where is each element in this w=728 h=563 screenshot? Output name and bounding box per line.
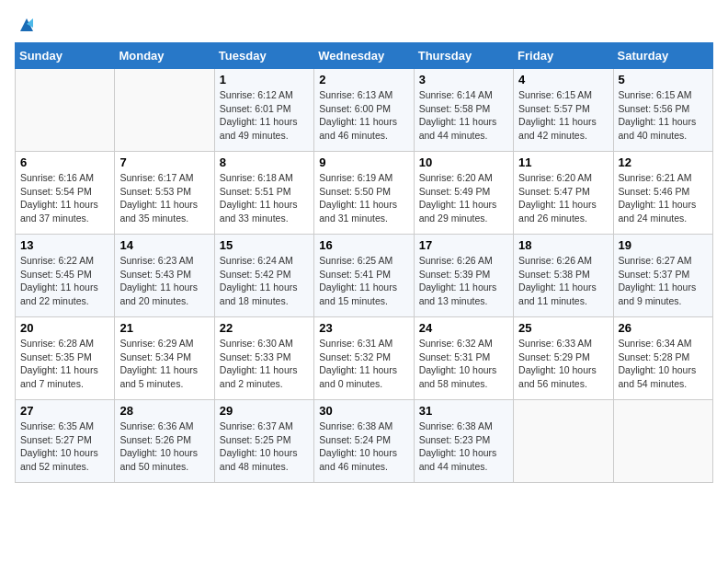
day-info: Sunrise: 6:37 AM Sunset: 5:25 PM Dayligh… — [220, 419, 309, 474]
day-info: Sunrise: 6:32 AM Sunset: 5:31 PM Dayligh… — [419, 337, 508, 391]
calendar-cell: 21Sunrise: 6:29 AM Sunset: 5:34 PM Dayli… — [115, 317, 214, 400]
day-info: Sunrise: 6:24 AM Sunset: 5:42 PM Dayligh… — [220, 254, 309, 308]
day-number: 28 — [119, 404, 209, 418]
calendar-cell: 23Sunrise: 6:31 AM Sunset: 5:32 PM Dayli… — [314, 317, 414, 400]
day-number: 10 — [419, 155, 508, 169]
day-number: 23 — [319, 321, 408, 335]
calendar-cell: 30Sunrise: 6:38 AM Sunset: 5:24 PM Dayli… — [314, 400, 414, 483]
calendar-cell: 26Sunrise: 6:34 AM Sunset: 5:28 PM Dayli… — [613, 317, 712, 400]
day-info: Sunrise: 6:14 AM Sunset: 5:58 PM Dayligh… — [419, 88, 508, 143]
day-number: 29 — [220, 404, 309, 418]
calendar-cell: 22Sunrise: 6:30 AM Sunset: 5:33 PM Dayli… — [214, 317, 313, 400]
calendar-cell: 25Sunrise: 6:33 AM Sunset: 5:29 PM Dayli… — [514, 317, 613, 400]
day-number: 11 — [518, 155, 608, 169]
day-number: 22 — [220, 321, 309, 335]
day-info: Sunrise: 6:30 AM Sunset: 5:33 PM Dayligh… — [220, 337, 309, 391]
day-info: Sunrise: 6:36 AM Sunset: 5:26 PM Dayligh… — [119, 419, 209, 474]
day-number: 14 — [119, 238, 209, 252]
day-info: Sunrise: 6:35 AM Sunset: 5:27 PM Dayligh… — [20, 419, 109, 474]
calendar-week-row: 1Sunrise: 6:12 AM Sunset: 6:01 PM Daylig… — [16, 69, 713, 152]
day-info: Sunrise: 6:29 AM Sunset: 5:34 PM Dayligh… — [119, 337, 209, 391]
day-number: 27 — [20, 404, 109, 418]
calendar-cell: 15Sunrise: 6:24 AM Sunset: 5:42 PM Dayli… — [214, 235, 313, 317]
day-number: 25 — [518, 321, 608, 335]
day-number: 13 — [20, 238, 109, 252]
day-number: 5 — [619, 73, 708, 86]
calendar-cell: 28Sunrise: 6:36 AM Sunset: 5:26 PM Dayli… — [115, 400, 214, 483]
calendar-cell: 29Sunrise: 6:37 AM Sunset: 5:25 PM Dayli… — [214, 400, 313, 483]
calendar-cell: 19Sunrise: 6:27 AM Sunset: 5:37 PM Dayli… — [613, 235, 712, 317]
calendar-cell: 1Sunrise: 6:12 AM Sunset: 6:01 PM Daylig… — [214, 69, 313, 152]
day-info: Sunrise: 6:38 AM Sunset: 5:24 PM Dayligh… — [319, 419, 408, 474]
day-number: 8 — [220, 155, 309, 169]
day-number: 6 — [20, 155, 109, 169]
day-info: Sunrise: 6:15 AM Sunset: 5:56 PM Dayligh… — [619, 88, 708, 143]
day-number: 2 — [319, 73, 408, 86]
header-tuesday: Tuesday — [214, 43, 313, 69]
day-info: Sunrise: 6:31 AM Sunset: 5:32 PM Dayligh… — [319, 337, 408, 391]
day-info: Sunrise: 6:13 AM Sunset: 6:00 PM Dayligh… — [319, 88, 408, 143]
day-info: Sunrise: 6:19 AM Sunset: 5:50 PM Dayligh… — [319, 171, 408, 225]
day-info: Sunrise: 6:26 AM Sunset: 5:39 PM Dayligh… — [419, 254, 508, 308]
day-info: Sunrise: 6:33 AM Sunset: 5:29 PM Dayligh… — [518, 337, 608, 391]
day-number: 26 — [619, 321, 708, 335]
calendar-week-row: 20Sunrise: 6:28 AM Sunset: 5:35 PM Dayli… — [16, 317, 713, 400]
day-info: Sunrise: 6:12 AM Sunset: 6:01 PM Dayligh… — [220, 88, 309, 143]
calendar-cell — [613, 400, 712, 483]
day-number: 30 — [319, 404, 408, 418]
calendar-cell: 11Sunrise: 6:20 AM Sunset: 5:47 PM Dayli… — [514, 152, 613, 235]
header-monday: Monday — [115, 43, 214, 69]
day-number: 18 — [518, 238, 608, 252]
day-number: 9 — [319, 155, 408, 169]
day-info: Sunrise: 6:20 AM Sunset: 5:47 PM Dayligh… — [518, 171, 608, 225]
day-number: 20 — [20, 321, 109, 335]
day-number: 3 — [419, 73, 508, 86]
calendar-cell: 17Sunrise: 6:26 AM Sunset: 5:39 PM Dayli… — [414, 235, 513, 317]
calendar-header-row: SundayMondayTuesdayWednesdayThursdayFrid… — [16, 43, 713, 69]
header-thursday: Thursday — [414, 43, 513, 69]
calendar-cell — [16, 69, 115, 152]
day-info: Sunrise: 6:23 AM Sunset: 5:43 PM Dayligh… — [119, 254, 209, 308]
calendar-cell: 8Sunrise: 6:18 AM Sunset: 5:51 PM Daylig… — [214, 152, 313, 235]
logo-icon — [17, 15, 37, 35]
day-number: 15 — [220, 238, 309, 252]
day-number: 21 — [119, 321, 209, 335]
calendar-cell: 4Sunrise: 6:15 AM Sunset: 5:57 PM Daylig… — [514, 69, 613, 152]
day-number: 12 — [619, 155, 708, 169]
day-info: Sunrise: 6:38 AM Sunset: 5:23 PM Dayligh… — [419, 419, 508, 474]
day-info: Sunrise: 6:34 AM Sunset: 5:28 PM Dayligh… — [619, 337, 708, 391]
header-friday: Friday — [514, 43, 613, 69]
calendar-cell: 6Sunrise: 6:16 AM Sunset: 5:54 PM Daylig… — [16, 152, 115, 235]
day-info: Sunrise: 6:17 AM Sunset: 5:53 PM Dayligh… — [119, 171, 209, 225]
day-number: 17 — [419, 238, 508, 252]
calendar-week-row: 27Sunrise: 6:35 AM Sunset: 5:27 PM Dayli… — [16, 400, 713, 483]
day-info: Sunrise: 6:21 AM Sunset: 5:46 PM Dayligh… — [619, 171, 708, 225]
day-info: Sunrise: 6:20 AM Sunset: 5:49 PM Dayligh… — [419, 171, 508, 225]
calendar-cell: 10Sunrise: 6:20 AM Sunset: 5:49 PM Dayli… — [414, 152, 513, 235]
day-number: 19 — [619, 238, 708, 252]
day-info: Sunrise: 6:15 AM Sunset: 5:57 PM Dayligh… — [518, 88, 608, 143]
day-info: Sunrise: 6:18 AM Sunset: 5:51 PM Dayligh… — [220, 171, 309, 225]
day-number: 31 — [419, 404, 508, 418]
day-info: Sunrise: 6:27 AM Sunset: 5:37 PM Dayligh… — [619, 254, 708, 308]
day-info: Sunrise: 6:22 AM Sunset: 5:45 PM Dayligh… — [20, 254, 109, 308]
day-number: 16 — [319, 238, 408, 252]
calendar-cell: 3Sunrise: 6:14 AM Sunset: 5:58 PM Daylig… — [414, 69, 513, 152]
calendar-cell: 31Sunrise: 6:38 AM Sunset: 5:23 PM Dayli… — [414, 400, 513, 483]
header-wednesday: Wednesday — [314, 43, 414, 69]
calendar-cell: 24Sunrise: 6:32 AM Sunset: 5:31 PM Dayli… — [414, 317, 513, 400]
calendar-cell: 20Sunrise: 6:28 AM Sunset: 5:35 PM Dayli… — [16, 317, 115, 400]
calendar-table: SundayMondayTuesdayWednesdayThursdayFrid… — [15, 42, 713, 483]
day-info: Sunrise: 6:28 AM Sunset: 5:35 PM Dayligh… — [20, 337, 109, 391]
calendar-cell: 14Sunrise: 6:23 AM Sunset: 5:43 PM Dayli… — [115, 235, 214, 317]
day-info: Sunrise: 6:25 AM Sunset: 5:41 PM Dayligh… — [319, 254, 408, 308]
day-number: 4 — [518, 73, 608, 86]
calendar-cell: 5Sunrise: 6:15 AM Sunset: 5:56 PM Daylig… — [613, 69, 712, 152]
day-number: 7 — [119, 155, 209, 169]
day-info: Sunrise: 6:16 AM Sunset: 5:54 PM Dayligh… — [20, 171, 109, 225]
calendar-cell: 2Sunrise: 6:13 AM Sunset: 6:00 PM Daylig… — [314, 69, 414, 152]
calendar-cell: 16Sunrise: 6:25 AM Sunset: 5:41 PM Dayli… — [314, 235, 414, 317]
logo — [15, 15, 37, 35]
day-number: 1 — [220, 73, 309, 86]
header-sunday: Sunday — [16, 43, 115, 69]
